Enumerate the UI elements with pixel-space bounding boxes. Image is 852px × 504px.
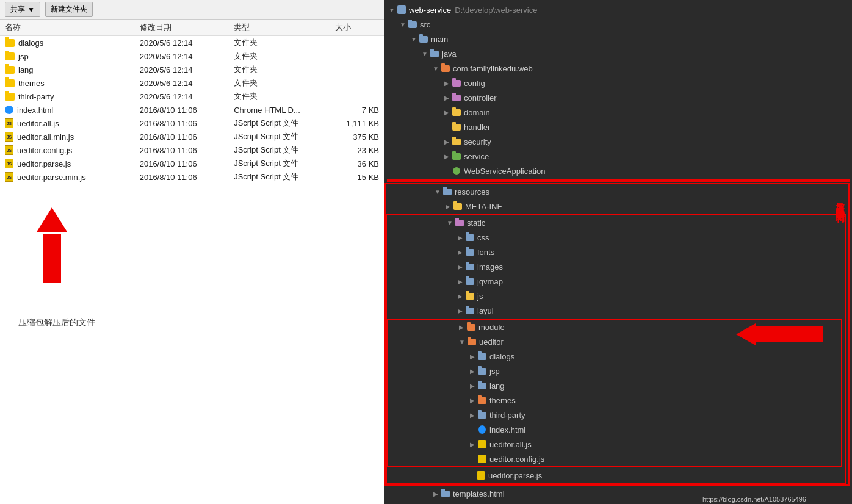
tree-item-css[interactable]: ▶ css [387,230,845,245]
table-row[interactable]: JS ueditor.parse.min.js 2016/8/10 11:06 … [0,170,384,184]
tree-icon-src [408,20,417,29]
tree-item-java[interactable]: ▼ java [384,46,852,61]
col-type[interactable]: 类型 [229,20,330,36]
file-name: lang [18,65,34,74]
tree-label-ueditor: ueditor [479,337,504,347]
tree-toggle-u-all-js[interactable]: ▶ [468,439,477,449]
tree-toggle-jqvmap[interactable]: ▶ [455,276,465,286]
toolbar: 共享 ▼ 新建文件夹 [0,0,384,20]
tree-icon-u-parse-js [476,470,486,480]
table-row[interactable]: index.html 2016/8/10 11:06 Chrome HTML D… [0,103,384,117]
tree-toggle-css[interactable]: ▶ [455,232,465,242]
share-button[interactable]: 共享 ▼ [5,2,40,17]
tree-toggle-u-jsp[interactable]: ▶ [468,366,477,376]
tree-item-WebServiceApplication[interactable]: WebServiceApplication [384,164,852,178]
tree-item-u-index[interactable]: index.html [388,422,841,437]
tree-toggle-security[interactable]: ▶ [442,137,452,146]
file-type: JScript Script 文件 [229,170,330,184]
file-explorer: 共享 ▼ 新建文件夹 名称 修改日期 类型 大小 dialogs [0,0,384,504]
tree-toggle-module[interactable]: ▶ [457,322,466,332]
tree-item-layui[interactable]: ▶ layui [387,303,845,318]
tree-item-controller[interactable]: ▶ controller [384,90,852,105]
table-row[interactable]: JS ueditor.all.min.js 2016/8/10 11:06 JS… [0,130,384,143]
tree-item-u-third-party[interactable]: ▶ third-party [388,408,841,422]
tree-toggle-images[interactable]: ▶ [455,262,465,272]
tree-item-main[interactable]: ▼ main [384,32,852,46]
table-row[interactable]: third-party 2020/5/6 12:14 文件夹 [0,90,384,103]
tree-toggle-java[interactable]: ▼ [420,49,430,59]
tree-toggle-config[interactable]: ▶ [442,78,452,88]
table-row[interactable]: JS ueditor.config.js 2016/8/10 11:06 JSc… [0,143,384,157]
tree-toggle-u-third-party[interactable]: ▶ [468,410,477,420]
tree-item-fonts[interactable]: ▶ fonts [387,245,845,259]
tree-toggle-main[interactable]: ▼ [409,34,419,44]
project-path: D:\develop\web-service [455,5,537,15]
tree-item-images[interactable]: ▶ images [387,259,845,274]
tree-toggle-templates[interactable]: ▶ [431,489,441,499]
tree-item-u-jsp[interactable]: ▶ jsp [388,364,841,378]
tree-item-service[interactable]: ▶ service [384,149,852,164]
share-dropdown-icon[interactable]: ▼ [27,5,35,14]
tree-toggle-src[interactable]: ▼ [398,20,408,29]
tree-item-u-lang[interactable]: ▶ lang [388,378,841,393]
right-annotation-text: 导入项目中的目录结构 [834,195,848,207]
tree-toggle-u-themes[interactable]: ▶ [468,395,477,405]
tree-item-domain[interactable]: ▶ domain [384,105,852,120]
table-row[interactable]: lang 2020/5/6 12:14 文件夹 [0,63,384,76]
tree-toggle-fonts[interactable]: ▶ [455,247,465,257]
folder-yellow-icon [452,124,461,131]
tree-icon-WebServiceApplication [452,166,461,176]
table-row[interactable]: JS ueditor.parse.js 2016/8/10 11:06 JScr… [0,157,384,170]
tree-toggle-u-dialogs[interactable]: ▶ [468,351,477,361]
tree-toggle-u-lang[interactable]: ▶ [468,381,477,391]
tree-item-u-dialogs[interactable]: ▶ dialogs [388,349,841,364]
tree-item-static[interactable]: ▼ static [387,215,842,230]
tree-toggle-ueditor[interactable]: ▼ [457,337,467,347]
tree-item-u-themes[interactable]: ▶ themes [388,393,841,408]
js-icon: JS [5,145,13,155]
file-type: JScript Script 文件 [229,130,330,143]
file-name: themes [18,79,45,88]
tree-toggle-layui[interactable]: ▶ [455,306,465,315]
new-folder-button[interactable]: 新建文件夹 [45,2,93,17]
tree-item-jqvmap[interactable]: ▶ jqvmap [387,274,845,289]
table-row[interactable]: JS ueditor.all.js 2016/8/10 11:06 JScrip… [0,117,384,130]
tree-item-com[interactable]: ▼ com.familylinkedu.web [384,61,852,76]
col-size[interactable]: 大小 [330,20,384,36]
table-row[interactable]: dialogs 2020/5/6 12:14 文件夹 [0,36,384,50]
tree-toggle-static[interactable]: ▼ [445,218,455,228]
tree-item-security[interactable]: ▶ security [384,134,852,149]
folder-icon [5,93,15,101]
tree-toggle-domain[interactable]: ▶ [442,107,452,117]
tree-toggle-service[interactable]: ▶ [442,151,452,161]
tree-item-resources[interactable]: ▼ resources [386,184,846,199]
tree-toggle-js[interactable]: ▶ [455,291,465,301]
tree-toggle-controller[interactable]: ▶ [442,93,452,103]
folder-blue-icon [441,491,450,497]
table-row[interactable]: themes 2020/5/6 12:14 文件夹 [0,76,384,90]
file-type: JScript Script 文件 [229,117,330,130]
file-size: 23 KB [330,143,384,157]
tree-item-u-config-js[interactable]: ueditor.config.js [388,452,841,466]
table-row[interactable]: jsp 2020/5/6 12:14 文件夹 [0,49,384,63]
watermark: https://blog.csdn.net/A1053765496 [702,495,806,503]
tree-root[interactable]: ▼ web-service D:\develop\web-service [384,2,852,17]
tree-icon-META-INF [453,201,463,211]
col-date[interactable]: 修改日期 [135,20,229,36]
tree-toggle-resources[interactable]: ▼ [433,187,442,196]
tree-icon-jqvmap [465,276,475,286]
tree-item-config[interactable]: ▶ config [384,76,852,90]
tree-item-js[interactable]: ▶ js [387,289,845,303]
tree-item-src[interactable]: ▼ src [384,17,852,32]
col-name[interactable]: 名称 [0,20,135,36]
tree-toggle-com[interactable]: ▼ [431,63,441,73]
tree-item-handler[interactable]: handler [384,120,852,134]
folder-icon [5,52,15,60]
tree-toggle-META-INF[interactable]: ▶ [443,201,453,211]
tree-item-u-all-js[interactable]: ▶ ueditor.all.js [388,437,841,452]
tree-item-u-parse-js[interactable]: ueditor.parse.js [387,468,845,483]
tree-icon-templates [441,489,450,499]
tree-item-META-INF[interactable]: ▶ META-INF [386,199,848,214]
file-type: 文件夹 [229,90,330,103]
js-icon: JS [5,159,13,168]
